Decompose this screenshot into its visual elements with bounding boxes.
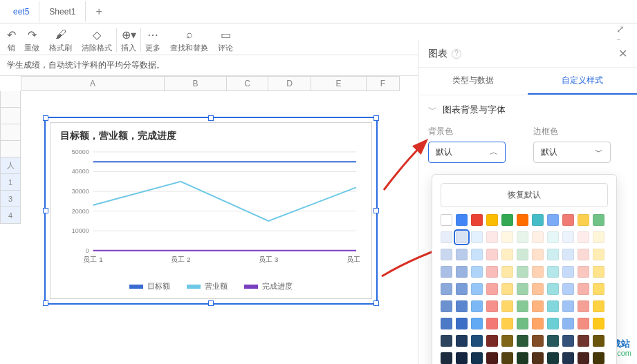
color-swatch[interactable] [593,300,604,312]
color-swatch[interactable] [547,318,559,329]
chart-object[interactable]: 目标额，营业额，完成进度 01000020000300004000050000员… [45,117,377,304]
tab-custom-style[interactable]: 自定义样式 [528,68,637,95]
resize-handle[interactable] [373,115,379,121]
color-swatch[interactable] [486,283,498,295]
row-header[interactable] [0,124,21,141]
color-swatch[interactable] [486,335,498,347]
color-swatch[interactable] [532,318,544,329]
color-swatch[interactable] [471,335,483,347]
color-swatch[interactable] [486,231,498,243]
restore-default-button[interactable]: 恢复默认 [441,183,608,207]
color-swatch[interactable] [456,266,468,278]
color-swatch[interactable] [547,214,559,226]
resize-handle[interactable] [43,115,48,121]
color-swatch[interactable] [441,300,452,312]
color-swatch[interactable] [593,335,604,347]
resize-handle[interactable] [373,300,379,306]
color-swatch[interactable] [547,249,559,260]
format-painter-button[interactable]: 🖌格式刷 [49,28,72,53]
color-swatch[interactable] [578,352,589,364]
color-swatch[interactable] [441,231,452,243]
color-swatch[interactable] [517,300,528,312]
color-swatch[interactable] [547,300,559,312]
color-swatch[interactable] [593,249,604,260]
color-swatch[interactable] [517,249,528,260]
color-swatch[interactable] [578,214,589,226]
color-swatch[interactable] [562,335,574,347]
col-header-c[interactable]: C [227,76,268,91]
color-swatch[interactable] [471,214,483,226]
redo-button[interactable]: ↷重做 [24,28,39,53]
color-swatch[interactable] [471,266,483,278]
color-swatch[interactable] [486,266,498,278]
color-swatch[interactable] [547,283,559,295]
col-header-b[interactable]: B [165,76,227,91]
color-swatch[interactable] [532,249,544,260]
color-swatch[interactable] [562,249,574,260]
color-swatch[interactable] [501,300,513,312]
color-swatch[interactable] [593,283,604,295]
help-icon[interactable]: ? [452,49,461,59]
color-swatch[interactable] [517,318,528,329]
color-swatch[interactable] [486,352,498,364]
color-swatch[interactable] [501,214,513,226]
color-swatch[interactable] [562,318,574,329]
undo-button[interactable]: ↶销 [7,28,16,53]
color-swatch[interactable] [486,318,498,329]
color-swatch[interactable] [593,266,604,278]
color-swatch[interactable] [471,249,483,260]
resize-handle[interactable] [208,115,214,121]
color-swatch[interactable] [486,300,498,312]
color-swatch[interactable] [517,352,528,364]
section-chart-bg-font[interactable]: ﹀图表背景与字体 [428,104,627,116]
color-swatch[interactable] [532,335,544,347]
comment-button[interactable]: ▭评论 [218,28,233,53]
row-header[interactable]: 3 [0,191,21,207]
color-swatch[interactable] [562,214,574,226]
tab-sheet1[interactable]: Sheet1 [39,1,86,22]
col-header-f[interactable]: F [367,76,400,91]
tab-sheet5[interactable]: eet5 [3,1,39,22]
more-button[interactable]: ⋯更多 [145,28,160,53]
color-swatch[interactable] [578,335,589,347]
color-swatch[interactable] [517,283,528,295]
color-swatch[interactable] [456,249,468,260]
color-swatch[interactable] [441,318,452,329]
color-swatch[interactable] [471,318,483,329]
color-swatch[interactable] [532,231,544,243]
color-swatch[interactable] [578,249,589,260]
row-header[interactable] [0,108,21,124]
color-swatch[interactable] [562,283,574,295]
color-swatch[interactable] [471,300,483,312]
color-swatch[interactable] [532,300,544,312]
color-swatch[interactable] [441,249,452,260]
bg-color-select[interactable]: 默认︿ [428,142,506,163]
color-swatch[interactable] [501,335,513,347]
color-swatch[interactable] [456,318,468,329]
add-sheet-button[interactable]: + [86,0,111,23]
row-header[interactable]: 4 [0,207,21,224]
color-swatch[interactable] [578,318,589,329]
resize-handle[interactable] [373,208,379,213]
color-swatch[interactable] [456,231,468,243]
color-swatch[interactable] [593,318,604,329]
color-swatch[interactable] [517,266,528,278]
color-swatch[interactable] [532,266,544,278]
resize-handle[interactable] [43,208,48,213]
color-swatch[interactable] [517,335,528,347]
color-swatch[interactable] [562,266,574,278]
color-swatch[interactable] [441,283,452,295]
color-swatch[interactable] [486,214,498,226]
color-swatch[interactable] [532,283,544,295]
border-color-select[interactable]: 默认﹀ [533,142,611,163]
color-swatch[interactable] [547,231,559,243]
color-swatch[interactable] [441,335,452,347]
clear-format-button[interactable]: ◇清除格式 [82,28,112,53]
color-swatch[interactable] [517,214,528,226]
color-swatch[interactable] [501,249,513,260]
color-swatch[interactable] [593,231,604,243]
color-swatch[interactable] [517,231,528,243]
close-icon[interactable]: ✕ [618,47,627,60]
color-swatch[interactable] [501,318,513,329]
row-header[interactable] [0,91,21,108]
